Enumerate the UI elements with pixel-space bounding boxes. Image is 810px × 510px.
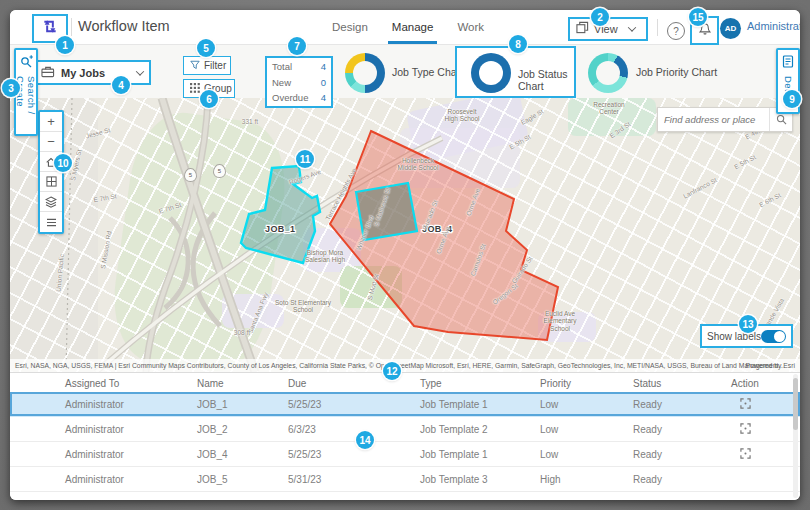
callout-badge-9: 9: [783, 90, 801, 108]
table-row[interactable]: AdministratorJOB_45/25/23Job Template 1L…: [10, 442, 800, 467]
layers-button[interactable]: [40, 192, 62, 212]
overlap-polygon[interactable]: [356, 183, 417, 240]
map-attribution: Esri, NASA, NGA, USGS, FEMA | Esri Commu…: [10, 359, 800, 372]
stat-label: New: [272, 77, 291, 88]
cell-status: Ready: [633, 449, 710, 460]
chevron-down-icon: [627, 23, 635, 31]
cell-status: Ready: [633, 424, 710, 435]
stat-value: 0: [321, 77, 326, 88]
nav-work[interactable]: Work: [457, 10, 484, 44]
table-row[interactable]: AdministratorJOB_55/31/23Job Template 3H…: [10, 467, 800, 492]
divider: [657, 19, 658, 36]
details-icon: [782, 54, 794, 72]
table-row[interactable]: AdministratorJOB_15/25/23Job Template 1L…: [10, 392, 800, 417]
col-assigned-to[interactable]: Assigned To: [65, 378, 197, 389]
stat-label: Overdue: [272, 92, 308, 103]
page-title: Workflow Item: [78, 18, 170, 34]
toggle-knob: [774, 331, 785, 342]
nav-manage[interactable]: Manage: [392, 10, 434, 44]
interstate-shield: 5: [213, 164, 226, 178]
jobs-icon: [41, 64, 55, 82]
cell-type: Job Template 2: [420, 424, 540, 435]
powered-by-esri: Powered by Esri: [746, 359, 796, 372]
filter-button[interactable]: Filter: [183, 56, 231, 75]
cell-due: 5/31/23: [288, 474, 420, 485]
callout-badge-13: 13: [739, 315, 757, 333]
nav-design[interactable]: Design: [332, 10, 368, 44]
cell-due: 6/3/23: [288, 424, 420, 435]
zoom-to-action-icon[interactable]: [740, 423, 751, 436]
table-scrollbar-thumb[interactable]: [793, 378, 798, 430]
view-layers-icon: [576, 20, 589, 38]
railroad-line: [66, 98, 72, 372]
group-grid-icon: [190, 83, 200, 95]
help-icon: ?: [673, 26, 679, 37]
cell-due: 5/25/23: [288, 399, 420, 410]
callout-badge-3: 3: [2, 79, 20, 97]
callout-badge-7: 7: [288, 37, 306, 55]
map-view[interactable]: JOB_1 JOB_4 Recreation CenterRoosevelt H…: [10, 98, 800, 372]
show-labels-label: Show labels: [707, 331, 761, 342]
jobs-table-body: AdministratorJOB_15/25/23Job Template 1L…: [10, 392, 800, 492]
cell-priority: Low: [540, 424, 633, 435]
zoom-to-action-icon[interactable]: [740, 398, 751, 411]
table-row[interactable]: AdministratorJOB_26/3/23Job Template 2Lo…: [10, 417, 800, 442]
help-button[interactable]: ?: [667, 22, 685, 40]
divider: [71, 18, 72, 36]
cell-assigned: Administrator: [65, 399, 197, 410]
stat-value: 4: [321, 92, 326, 103]
callout-badge-6: 6: [200, 90, 218, 108]
cell-name: JOB_5: [197, 474, 288, 485]
col-type[interactable]: Type: [420, 378, 540, 389]
cell-status: Ready: [633, 399, 710, 410]
col-action[interactable]: Action: [710, 378, 780, 389]
col-name[interactable]: Name: [197, 378, 288, 389]
avatar[interactable]: AD: [720, 18, 741, 39]
show-labels-toggle[interactable]: [761, 330, 786, 343]
cell-status: Ready: [633, 474, 710, 485]
job-status-chart-donut[interactable]: [471, 53, 511, 93]
cell-name: JOB_1: [197, 399, 288, 410]
chevron-down-icon: [136, 67, 144, 75]
callout-badge-2: 2: [591, 8, 609, 26]
col-priority[interactable]: Priority: [540, 378, 633, 389]
filter-funnel-icon: [190, 60, 200, 72]
basemap-button[interactable]: [40, 172, 62, 192]
cell-name: JOB_4: [197, 449, 288, 460]
jobs-filter-dropdown[interactable]: My Jobs: [33, 60, 151, 85]
stat-value: 4: [321, 61, 326, 72]
interstate-shield: 5: [184, 168, 197, 182]
zoom-to-action-icon[interactable]: [740, 448, 751, 461]
job-type-chart-donut[interactable]: [345, 53, 385, 93]
col-due[interactable]: Due: [288, 378, 420, 389]
job-priority-chart-donut[interactable]: [588, 53, 628, 93]
jobs-table: Assigned To Name Due Type Priority Statu…: [10, 372, 800, 500]
job-type-chart-label: Job Type Chart: [392, 66, 463, 78]
cell-assigned: Administrator: [65, 424, 197, 435]
main-nav: Design Manage Work: [332, 10, 484, 44]
zoom-out-button[interactable]: −: [40, 132, 62, 152]
callout-badge-1: 1: [56, 36, 74, 54]
map-controls: + −: [38, 110, 64, 234]
cell-type: Job Template 1: [420, 449, 540, 460]
job1-map-label: JOB_1: [265, 224, 296, 234]
cell-action: [710, 448, 780, 461]
callout-badge-4: 4: [112, 76, 130, 94]
zoom-in-button[interactable]: +: [40, 112, 62, 132]
callout-badge-12: 12: [383, 362, 401, 380]
cell-assigned: Administrator: [65, 474, 197, 485]
cell-name: JOB_2: [197, 424, 288, 435]
map-overlay: JOB_1 JOB_4: [10, 98, 800, 372]
legend-list-button[interactable]: [40, 212, 62, 232]
job-priority-chart-label: Job Priority Chart: [636, 66, 717, 78]
username-label[interactable]: Administrator: [747, 20, 800, 32]
header-bar: Workflow Item Design Manage Work View ?: [10, 10, 800, 45]
job-status-chart-panel: Job Status Chart: [455, 46, 576, 98]
workflow-logo-icon: [40, 18, 60, 39]
cell-priority: Low: [540, 399, 633, 410]
search-input[interactable]: [658, 114, 769, 125]
cell-priority: High: [540, 474, 633, 485]
col-status[interactable]: Status: [633, 378, 710, 389]
callout-badge-11: 11: [296, 150, 314, 168]
job1-polygon[interactable]: [241, 166, 320, 263]
